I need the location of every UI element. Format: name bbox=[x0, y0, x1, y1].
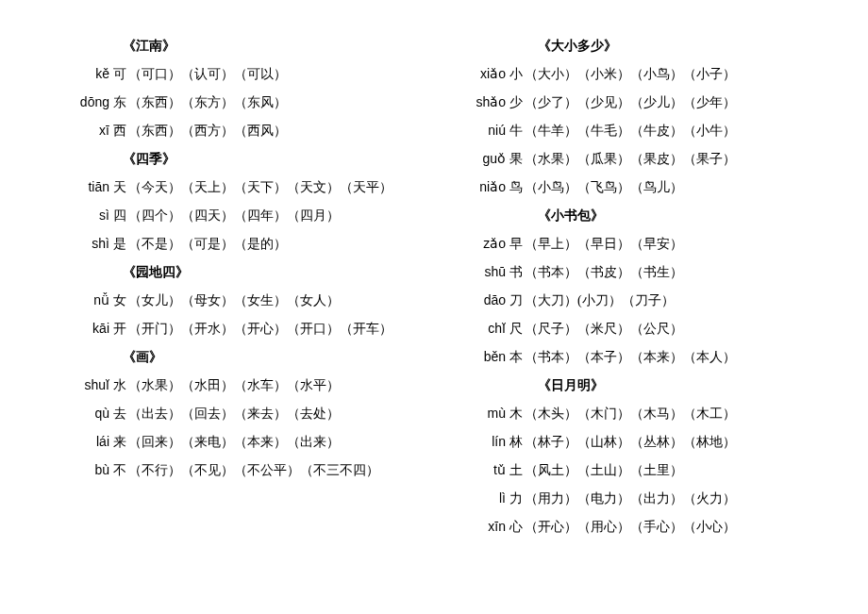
vocab-entry: kě可（可口）（认可）（可以） bbox=[57, 66, 415, 83]
compounds: （水果）（水田）（水车）（水平） bbox=[128, 378, 340, 392]
pinyin: tiān bbox=[75, 179, 109, 194]
hanzi: 心 bbox=[509, 520, 523, 534]
vocab-entry: nǚ女（女儿）（母女）（女生）（女人） bbox=[57, 292, 415, 309]
pinyin: dāo bbox=[472, 292, 506, 307]
hanzi: 去 bbox=[113, 407, 126, 421]
compounds: （女儿）（母女）（女生）（女人） bbox=[128, 293, 340, 307]
compounds: （用力）（电力）（出力）（火力） bbox=[525, 491, 736, 506]
vocab-entry: zǎo早（早上）（早日）（早安） bbox=[453, 236, 811, 253]
pinyin: lì bbox=[472, 490, 506, 506]
pinyin: kāi bbox=[75, 321, 109, 336]
vocab-entry: lì力（用力）（电力）（出力）（火力） bbox=[453, 490, 811, 507]
section-title: 《园地四》 bbox=[57, 264, 415, 281]
compounds: （少了）（少见）（少儿）（少年） bbox=[525, 95, 736, 109]
hanzi: 牛 bbox=[509, 124, 523, 138]
compounds: （四个）（四天）（四年）（四月） bbox=[128, 208, 340, 223]
pinyin: mù bbox=[472, 406, 506, 421]
compounds: （尺子）（米尺）（公尺） bbox=[525, 322, 683, 336]
vocab-entry: qù去（出去）（回去）（来去）（去处） bbox=[57, 406, 415, 423]
hanzi: 可 bbox=[113, 67, 126, 81]
pinyin: niǎo bbox=[472, 179, 506, 194]
hanzi: 土 bbox=[509, 463, 523, 477]
hanzi: 林 bbox=[509, 435, 523, 449]
hanzi: 尺 bbox=[509, 322, 523, 336]
right-column: 《大小多少》 xiǎo小（大小）（小米）（小鸟）（小子） shǎo少（少了）（少… bbox=[453, 28, 811, 586]
vocab-entry: sì四（四个）（四天）（四年）（四月） bbox=[57, 207, 415, 224]
compounds: （东西）（东方）（东风） bbox=[128, 95, 287, 109]
section-title: 《小书包》 bbox=[453, 207, 811, 224]
hanzi: 四 bbox=[113, 208, 126, 223]
compounds: （小鸟）（飞鸟）（鸟儿） bbox=[525, 180, 683, 194]
pinyin: tǔ bbox=[472, 462, 506, 477]
pinyin: shū bbox=[472, 264, 506, 279]
hanzi: 书 bbox=[509, 265, 523, 279]
vocab-entry: dāo刀（大刀）(小刀）（刀子） bbox=[453, 292, 811, 309]
vocab-entry: běn本（书本）（本子）（本来）（本人） bbox=[453, 349, 811, 366]
hanzi: 木 bbox=[509, 407, 523, 421]
vocab-entry: guǒ果（水果）（瓜果）（果皮）（果子） bbox=[453, 151, 811, 168]
hanzi: 少 bbox=[509, 95, 523, 109]
hanzi: 东 bbox=[113, 95, 126, 109]
pinyin: běn bbox=[472, 349, 506, 364]
hanzi: 西 bbox=[113, 124, 126, 138]
hanzi: 小 bbox=[509, 67, 523, 81]
compounds: （大小）（小米）（小鸟）（小子） bbox=[525, 67, 736, 81]
vocab-entry: lái来（回来）（来电）（本来）（出来） bbox=[57, 434, 415, 451]
compounds: （林子）（山林）（丛林）（林地） bbox=[525, 435, 736, 449]
hanzi: 果 bbox=[509, 152, 523, 166]
hanzi: 本 bbox=[509, 350, 523, 364]
compounds: （可口）（认可）（可以） bbox=[128, 67, 287, 81]
pinyin: xīn bbox=[472, 519, 506, 534]
pinyin: shǎo bbox=[472, 94, 506, 109]
pinyin: zǎo bbox=[472, 236, 506, 251]
vocab-entry: xī西（东西）（西方）（西风） bbox=[57, 123, 415, 140]
compounds: （出去）（回去）（来去）（去处） bbox=[128, 407, 340, 421]
vocab-entry: kāi开（开门）（开水）（开心）（开口）（开车） bbox=[57, 321, 415, 338]
vocab-entry: niǎo鸟（小鸟）（飞鸟）（鸟儿） bbox=[453, 179, 811, 196]
vocab-entry: shū书（书本）（书皮）（书生） bbox=[453, 264, 811, 281]
pinyin: chǐ bbox=[472, 321, 506, 336]
vocab-entry: bù不（不行）（不见）（不公平）（不三不四） bbox=[57, 462, 415, 479]
pinyin: bù bbox=[75, 462, 109, 477]
compounds: （牛羊）（牛毛）（牛皮）（小牛） bbox=[525, 124, 736, 138]
pinyin: shì bbox=[75, 236, 109, 251]
compounds: （木头）（木门）（木马）（木工） bbox=[525, 407, 736, 421]
vocab-entry: tǔ土（风土）（土山）（土里） bbox=[453, 462, 811, 479]
compounds: （东西）（西方）（西风） bbox=[128, 124, 287, 138]
pinyin: qù bbox=[75, 406, 109, 421]
vocab-entry: dōng东（东西）（东方）（东风） bbox=[57, 94, 415, 111]
pinyin: sì bbox=[75, 207, 109, 223]
pinyin: lín bbox=[472, 434, 506, 449]
vocab-entry: mù木（木头）（木门）（木马）（木工） bbox=[453, 406, 811, 423]
left-column: 《江南》 kě可（可口）（认可）（可以） dōng东（东西）（东方）（东风） x… bbox=[57, 28, 415, 586]
compounds: （不是）（可是）（是的） bbox=[128, 237, 287, 251]
compounds: （开门）（开水）（开心）（开口）（开车） bbox=[128, 322, 392, 336]
compounds: （开心）（用心）（手心）（小心） bbox=[525, 520, 736, 534]
pinyin: shuǐ bbox=[75, 377, 109, 392]
pinyin: dōng bbox=[75, 94, 109, 109]
pinyin: lái bbox=[75, 434, 109, 449]
hanzi: 鸟 bbox=[509, 180, 523, 194]
compounds: （风土）（土山）（土里） bbox=[525, 463, 683, 477]
pinyin: kě bbox=[75, 66, 109, 81]
section-title: 《画》 bbox=[57, 349, 415, 366]
compounds: （早上）（早日）（早安） bbox=[525, 237, 683, 251]
hanzi: 不 bbox=[113, 463, 126, 477]
vocab-entry: tiān天（今天）（天上）（天下）（天文）（天平） bbox=[57, 179, 415, 196]
vocab-entry: chǐ尺（尺子）（米尺）（公尺） bbox=[453, 321, 811, 338]
compounds: （今天）（天上）（天下）（天文）（天平） bbox=[128, 180, 392, 194]
vocab-entry: xīn心（开心）（用心）（手心）（小心） bbox=[453, 519, 811, 536]
pinyin: xī bbox=[75, 123, 109, 138]
section-title: 《大小多少》 bbox=[453, 38, 811, 55]
pinyin: guǒ bbox=[472, 151, 506, 166]
compounds: （书本）（书皮）（书生） bbox=[525, 265, 683, 279]
vocab-entry: shuǐ水（水果）（水田）（水车）（水平） bbox=[57, 377, 415, 394]
hanzi: 水 bbox=[113, 378, 126, 392]
section-title: 《四季》 bbox=[57, 151, 415, 168]
section-title: 《日月明》 bbox=[453, 377, 811, 394]
compounds: （回来）（来电）（本来）（出来） bbox=[128, 435, 340, 449]
hanzi: 天 bbox=[113, 180, 126, 194]
vocab-entry: niú牛（牛羊）（牛毛）（牛皮）（小牛） bbox=[453, 123, 811, 140]
pinyin: xiǎo bbox=[472, 66, 506, 81]
compounds: （不行）（不见）（不公平）（不三不四） bbox=[128, 463, 379, 477]
